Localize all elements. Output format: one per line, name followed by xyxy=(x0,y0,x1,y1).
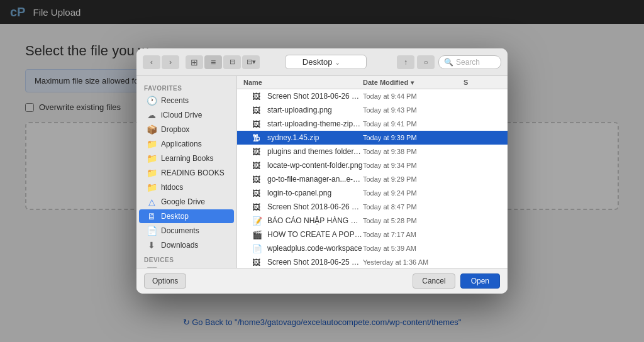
view-buttons: ⊞ ≡ ⊟ ⊟▾ xyxy=(186,55,260,69)
file-name: BÁO CÁO NHẬP HÀNG MẪU XE ĐẠY.docx xyxy=(267,216,363,225)
sidebar-item-label: Desktop xyxy=(161,212,189,221)
back-button[interactable]: ‹ xyxy=(143,55,160,69)
file-type-icon: 🖼 xyxy=(252,202,264,212)
file-row[interactable]: 🖼 Screen Shot 2018-06-25 at 1.36.54 AM.p… xyxy=(237,255,508,268)
favorites-label: Favorites xyxy=(136,81,236,93)
sidebar-item-htdocs[interactable]: 📁 htdocs xyxy=(139,180,234,194)
sidebar-item-recents[interactable]: 🕐 Recents xyxy=(139,94,234,108)
col-date-header[interactable]: Date Modified ▾ xyxy=(363,79,464,86)
file-date: Today at 9:39 PM xyxy=(363,134,464,141)
dropbox-icon: 📦 xyxy=(147,124,157,135)
sidebar-item-learning-books[interactable]: 📁 Learning Books xyxy=(139,152,234,165)
view-icon-button[interactable]: ⊞ xyxy=(186,55,203,69)
file-name: Screen Shot 2018-06-26 at 9.43.57 PM.png xyxy=(267,92,363,101)
file-row[interactable]: 🖼 start-uploading.png Today at 9:43 PM xyxy=(237,103,508,117)
file-date: Today at 9:34 PM xyxy=(363,162,464,169)
applications-icon: 📁 xyxy=(147,139,157,149)
file-date: Today at 7:17 AM xyxy=(363,231,464,238)
sidebar-item-label: Google Drive xyxy=(161,197,205,206)
file-row[interactable]: 📝 BÁO CÁO NHẬP HÀNG MẪU XE ĐẠY.docx Toda… xyxy=(237,214,508,228)
file-name: locate-wp-content-folder.png xyxy=(267,161,363,170)
file-row[interactable]: 🖼 login-to-cpanel.png Today at 9:24 PM xyxy=(237,186,508,200)
file-name: plugins and themes folder.png xyxy=(267,147,363,156)
sidebar-item-documents[interactable]: 📄 Documents xyxy=(139,224,234,238)
sidebar-item-label: Learning Books xyxy=(161,154,213,163)
file-dialog: ‹ › ⊞ ≡ ⊟ ⊟▾ Desktop ⌄ ↑ ○ 🔍 Search xyxy=(136,48,508,294)
file-list-header: Name Date Modified ▾ S xyxy=(237,76,508,89)
recents-icon: 🕐 xyxy=(147,96,157,106)
file-name: start-uploading.png xyxy=(267,106,363,114)
location-label[interactable]: Desktop ⌄ xyxy=(285,55,367,69)
file-type-icon: 🖼 xyxy=(252,92,264,101)
dialog-overlay: ‹ › ⊞ ≡ ⊟ ⊟▾ Desktop ⌄ ↑ ○ 🔍 Search xyxy=(0,0,644,342)
google-drive-icon: △ xyxy=(147,197,157,207)
htdocs-icon: 📁 xyxy=(147,182,157,192)
file-date: Today at 8:47 PM xyxy=(363,203,464,211)
share-button[interactable]: ↑ xyxy=(397,55,414,69)
sidebar-item-icloud[interactable]: ☁ iCloud Drive xyxy=(139,108,234,122)
file-row[interactable]: 🖼 go-to-file-manager-an...e-your-site-fo… xyxy=(237,172,508,186)
file-type-icon: 🖼 xyxy=(252,106,264,115)
view-list-button[interactable]: ≡ xyxy=(204,55,222,69)
file-name: wpleadplus.code-workspace xyxy=(267,244,363,253)
location-bar: Desktop ⌄ xyxy=(285,55,367,69)
tag-button[interactable]: ○ xyxy=(417,55,435,69)
file-date: Today at 9:43 PM xyxy=(363,106,464,114)
file-list[interactable]: 🖼 Screen Shot 2018-06-26 at 9.43.57 PM.p… xyxy=(237,89,508,268)
file-type-icon: 🖼 xyxy=(252,119,264,129)
sidebar-item-desktop[interactable]: 🖥 Desktop xyxy=(139,209,234,223)
sidebar-item-label: Recents xyxy=(161,96,189,105)
file-row[interactable]: 🎬 HOW TO CREATE A POPUP.mp4 Today at 7:1… xyxy=(237,228,508,241)
nav-buttons: ‹ › xyxy=(143,55,179,69)
forward-button[interactable]: › xyxy=(162,55,179,69)
sort-arrow: ▾ xyxy=(411,79,414,86)
icloud-icon: ☁ xyxy=(147,110,157,120)
sidebar-item-label: Applications xyxy=(161,140,202,148)
sidebar-item-label: iCloud Drive xyxy=(161,111,202,119)
sidebar-item-dropbox[interactable]: 📦 Dropbox xyxy=(139,123,234,136)
file-type-icon: 🖼 xyxy=(252,258,264,267)
file-type-icon: 🗜 xyxy=(252,133,264,143)
file-row[interactable]: 🖼 Screen Shot 2018-06-26 at 9.43.57 PM.p… xyxy=(237,89,508,103)
file-row[interactable]: 🖼 Screen Shot 2018-06-26 at 8.47.37 PM.p… xyxy=(237,200,508,214)
file-name: go-to-file-manager-an...e-your-site-fold… xyxy=(267,175,363,184)
file-row[interactable]: 🖼 plugins and themes folder.png Today at… xyxy=(237,145,508,158)
dialog-toolbar: ‹ › ⊞ ≡ ⊟ ⊟▾ Desktop ⌄ ↑ ○ 🔍 Search xyxy=(136,48,508,76)
file-type-icon: 🖼 xyxy=(252,147,264,157)
file-date: Today at 9:41 PM xyxy=(363,120,464,128)
file-type-icon: 📄 xyxy=(252,244,264,253)
view-gallery-button[interactable]: ⊟▾ xyxy=(242,55,260,69)
search-icon: 🔍 xyxy=(444,58,453,67)
file-name: Screen Shot 2018-06-26 at 8.47.37 PM.png xyxy=(267,202,363,211)
file-row[interactable]: 🖼 locate-wp-content-folder.png Today at … xyxy=(237,158,508,172)
learning-books-icon: 📁 xyxy=(147,153,157,163)
sidebar-item-label: Downloads xyxy=(161,241,198,250)
file-name: login-to-cpanel.png xyxy=(267,189,363,197)
search-box[interactable]: 🔍 Search xyxy=(438,55,501,69)
sidebar-item-downloads[interactable]: ⬇ Downloads xyxy=(139,238,234,252)
file-date: Today at 5:39 AM xyxy=(363,245,464,252)
options-button[interactable]: Options xyxy=(144,273,186,289)
file-name: HOW TO CREATE A POPUP.mp4 xyxy=(267,230,363,239)
file-type-icon: 📝 xyxy=(252,216,264,226)
file-type-icon: 🖼 xyxy=(252,189,264,198)
sidebar-item-label: Dropbox xyxy=(161,125,189,134)
file-name: sydney.1.45.zip xyxy=(267,133,363,142)
file-date: Today at 9:38 PM xyxy=(363,148,464,155)
view-column-button[interactable]: ⊟ xyxy=(223,55,241,69)
sidebar-item-google-drive[interactable]: △ Google Drive xyxy=(139,195,234,209)
file-row[interactable]: 🗜 sydney.1.45.zip Today at 9:39 PM xyxy=(237,131,508,145)
reading-books-icon: 📁 xyxy=(147,168,157,178)
sidebar-item-applications[interactable]: 📁 Applications xyxy=(139,137,234,151)
sidebar-item-label: READING BOOKS xyxy=(161,168,225,177)
file-row[interactable]: 🖼 start-uploading-theme-zip-file.png Tod… xyxy=(237,117,508,131)
devices-label: Devices xyxy=(136,253,236,265)
search-placeholder: Search xyxy=(456,58,480,67)
file-type-icon: 🖼 xyxy=(252,161,264,170)
file-row[interactable]: 📄 wpleadplus.code-workspace Today at 5:3… xyxy=(237,241,508,255)
sidebar-item-reading-books[interactable]: 📁 READING BOOKS xyxy=(139,166,234,180)
open-button[interactable]: Open xyxy=(460,273,500,289)
col-name-header: Name xyxy=(243,79,363,86)
file-list-area: Name Date Modified ▾ S 🖼 Screen Shot 201… xyxy=(237,76,508,268)
cancel-button[interactable]: Cancel xyxy=(413,273,455,289)
